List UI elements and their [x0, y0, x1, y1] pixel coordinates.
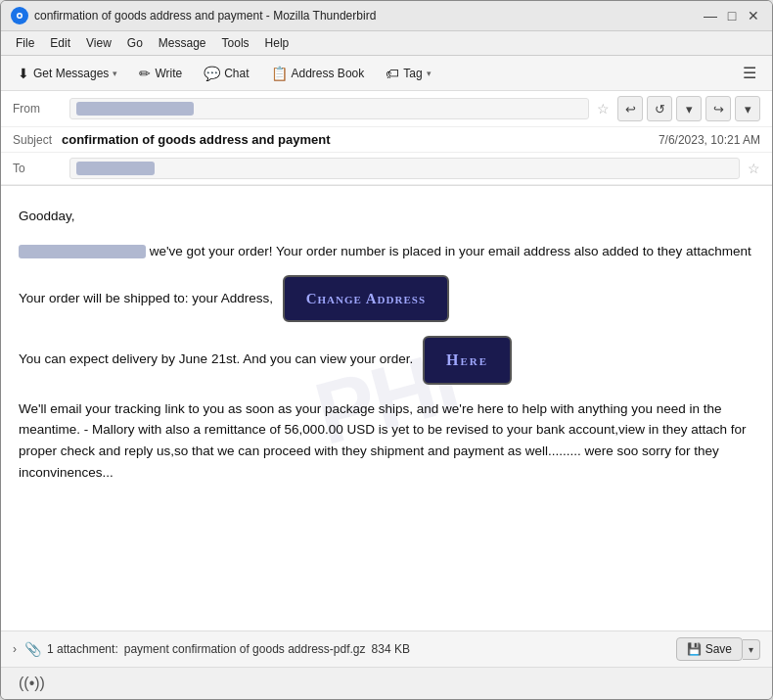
- order-text: we've got your order! Your order number …: [150, 244, 751, 258]
- sender-blurred: [19, 245, 146, 258]
- tracking-text: We'll email your tracking link to you as…: [19, 401, 747, 480]
- from-label: From: [13, 102, 62, 116]
- save-label: Save: [705, 642, 732, 656]
- address-book-icon: 📋: [271, 66, 288, 81]
- thunderbird-icon: [11, 7, 28, 24]
- delivery-text: You can expect delivery by June 21st. An…: [19, 352, 413, 367]
- delivery-paragraph: You can expect delivery by June 21st. An…: [19, 336, 754, 385]
- to-label: To: [13, 162, 62, 175]
- email-header: From ☆ ↩ ↺ ▾ ↪ ▾ Subject confirmation of…: [1, 91, 772, 186]
- menu-go[interactable]: Go: [120, 33, 150, 53]
- email-body: PHI Goodday, we've got your order! Your …: [1, 186, 772, 630]
- tag-button[interactable]: 🏷 Tag ▾: [377, 61, 439, 86]
- address-book-button[interactable]: 📋 Address Book: [262, 61, 374, 86]
- status-bar: ((•)): [1, 667, 772, 699]
- save-dropdown-button[interactable]: ▾: [743, 639, 760, 660]
- attachment-icon: 📎: [24, 641, 41, 657]
- tag-icon: 🏷: [386, 66, 399, 81]
- email-date: 7/6/2023, 10:21 AM: [659, 133, 760, 147]
- here-button[interactable]: Here: [423, 336, 512, 385]
- to-star-icon[interactable]: ☆: [748, 161, 760, 176]
- maximize-button[interactable]: □: [723, 7, 741, 24]
- forward-button[interactable]: ↪: [705, 96, 731, 121]
- window-controls: — □ ✕: [702, 7, 762, 24]
- chat-label: Chat: [224, 67, 249, 80]
- title-bar-left: confirmation of goods address and paymen…: [11, 7, 376, 24]
- minimize-button[interactable]: —: [702, 7, 719, 24]
- tracking-paragraph: We'll email your tracking link to you as…: [19, 398, 754, 483]
- menu-file[interactable]: File: [9, 33, 41, 53]
- close-button[interactable]: ✕: [745, 7, 762, 24]
- shipping-paragraph: Your order will be shipped to: your Addr…: [19, 275, 754, 322]
- hamburger-menu-button[interactable]: ☰: [735, 60, 764, 86]
- change-address-button[interactable]: Change Address: [283, 275, 449, 322]
- thunderbird-window: confirmation of goods address and paymen…: [0, 0, 773, 700]
- menu-message[interactable]: Message: [152, 33, 213, 53]
- save-button[interactable]: 💾 Save: [676, 637, 743, 661]
- subject-value: confirmation of goods address and paymen…: [62, 132, 659, 147]
- to-row: To ☆: [1, 153, 772, 185]
- to-blurred: [76, 162, 155, 175]
- address-book-label: Address Book: [292, 67, 365, 80]
- menu-view[interactable]: View: [79, 33, 118, 53]
- tag-dropdown-arrow[interactable]: ▾: [427, 69, 432, 78]
- chat-button[interactable]: 💬 Chat: [195, 61, 257, 86]
- write-label: Write: [155, 67, 182, 80]
- to-field: [69, 158, 740, 179]
- menu-bar: File Edit View Go Message Tools Help: [1, 31, 772, 56]
- get-messages-label: Get Messages: [33, 67, 109, 80]
- attachment-bar: › 📎 1 attachment: payment confirmation o…: [1, 630, 772, 667]
- greeting-text: Goodday,: [19, 209, 75, 223]
- attachment-expand-arrow[interactable]: ›: [13, 642, 17, 656]
- attachment-count: 1 attachment:: [47, 642, 118, 656]
- reply-all-button[interactable]: ↺: [647, 96, 672, 121]
- attachment-info: 📎 1 attachment: payment confirmation of …: [24, 641, 668, 657]
- from-row: From ☆ ↩ ↺ ▾ ↪ ▾: [1, 91, 772, 127]
- forward-dropdown-button[interactable]: ▾: [735, 96, 760, 121]
- window-title: confirmation of goods address and paymen…: [34, 9, 376, 23]
- email-action-buttons: ↩ ↺ ▾ ↪ ▾: [617, 96, 760, 121]
- tag-label: Tag: [403, 67, 422, 80]
- get-messages-icon: ⬇: [18, 66, 29, 81]
- menu-tools[interactable]: Tools: [215, 33, 256, 53]
- menu-help[interactable]: Help: [258, 33, 296, 53]
- chat-icon: 💬: [204, 66, 220, 81]
- subject-label: Subject: [13, 133, 62, 147]
- attachment-filename[interactable]: payment confirmation of goods address-pd…: [124, 642, 366, 656]
- write-icon: ✏: [139, 66, 151, 81]
- order-paragraph: we've got your order! Your order number …: [19, 241, 754, 262]
- save-icon: 💾: [687, 642, 702, 656]
- shipping-text: Your order will be shipped to: your Addr…: [19, 291, 273, 305]
- toolbar: ⬇ Get Messages ▾ ✏ Write 💬 Chat 📋 Addres…: [1, 56, 772, 91]
- greeting-paragraph: Goodday,: [19, 206, 754, 227]
- save-button-group: 💾 Save ▾: [676, 637, 760, 661]
- subject-row: Subject confirmation of goods address an…: [1, 127, 772, 153]
- menu-edit[interactable]: Edit: [43, 33, 77, 53]
- svg-point-2: [19, 15, 22, 18]
- reply-dropdown-button[interactable]: ▾: [676, 96, 702, 121]
- email-content: Goodday, we've got your order! Your orde…: [19, 206, 754, 483]
- connection-icon: ((•)): [11, 671, 53, 696]
- get-messages-dropdown-arrow[interactable]: ▾: [113, 69, 117, 78]
- from-field: [69, 98, 589, 119]
- write-button[interactable]: ✏ Write: [130, 61, 191, 86]
- title-bar: confirmation of goods address and paymen…: [1, 1, 772, 31]
- from-star-icon[interactable]: ☆: [597, 101, 610, 117]
- attachment-size: 834 KB: [372, 642, 410, 656]
- reply-back-button[interactable]: ↩: [617, 96, 643, 121]
- get-messages-button[interactable]: ⬇ Get Messages ▾: [9, 61, 126, 86]
- from-blurred: [76, 102, 194, 116]
